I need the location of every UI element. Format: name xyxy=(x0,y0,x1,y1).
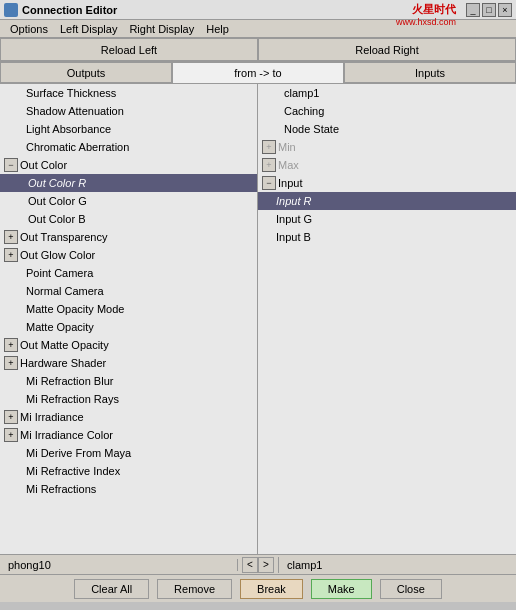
right-panel: clamp1 Caching Node State + Min + Max xyxy=(258,84,516,554)
menu-options[interactable]: Options xyxy=(4,22,54,35)
collapse-icon[interactable]: − xyxy=(262,176,276,190)
watermark: 火星时代 www.hxsd.com xyxy=(396,2,456,27)
close-button[interactable]: Close xyxy=(380,579,442,599)
list-item-input[interactable]: − Input xyxy=(258,174,516,192)
list-item-out-color-r[interactable]: Out Color R xyxy=(0,174,257,192)
list-item-mi-refraction-blur[interactable]: Mi Refraction Blur xyxy=(0,372,257,390)
minimize-button[interactable]: _ xyxy=(466,3,480,17)
tab-outputs[interactable]: Outputs xyxy=(0,62,172,83)
right-list[interactable]: clamp1 Caching Node State + Min + Max xyxy=(258,84,516,554)
reload-bar: Reload Left Reload Right xyxy=(0,38,516,62)
nav-arrows: < > xyxy=(238,557,279,573)
window-title: Connection Editor xyxy=(22,4,117,16)
list-item-out-color[interactable]: − Out Color xyxy=(0,156,257,174)
status-bar: phong10 < > clamp1 xyxy=(0,554,516,574)
reload-right-button[interactable]: Reload Right xyxy=(258,38,516,61)
action-bar: Clear All Remove Break Make Close xyxy=(0,574,516,602)
maximize-button[interactable]: □ xyxy=(482,3,496,17)
break-button[interactable]: Break xyxy=(240,579,303,599)
list-item-node-state[interactable]: Node State xyxy=(258,120,516,138)
list-item[interactable]: Surface Thickness xyxy=(0,84,257,102)
list-item-hardware-shader[interactable]: + Hardware Shader xyxy=(0,354,257,372)
menu-left-display[interactable]: Left Display xyxy=(54,22,123,35)
left-panel: Surface Thickness Shadow Attenuation Lig… xyxy=(0,84,258,554)
expand-icon[interactable]: + xyxy=(4,230,18,244)
app-icon xyxy=(4,3,18,17)
list-item-mi-derive-from-maya[interactable]: Mi Derive From Maya xyxy=(0,444,257,462)
list-item-out-color-b[interactable]: Out Color B xyxy=(0,210,257,228)
list-item-mi-irradiance[interactable]: + Mi Irradiance xyxy=(0,408,257,426)
expand-icon[interactable]: + xyxy=(4,428,18,442)
remove-button[interactable]: Remove xyxy=(157,579,232,599)
close-button[interactable]: × xyxy=(498,3,512,17)
expand-icon[interactable]: + xyxy=(262,140,276,154)
nav-right-arrow[interactable]: > xyxy=(258,557,274,573)
menu-help[interactable]: Help xyxy=(200,22,235,35)
tabs-bar: Outputs from -> to Inputs xyxy=(0,62,516,84)
list-item-clamp1[interactable]: clamp1 xyxy=(258,84,516,102)
tab-from-to[interactable]: from -> to xyxy=(172,62,344,83)
clear-all-button[interactable]: Clear All xyxy=(74,579,149,599)
collapse-icon[interactable]: − xyxy=(4,158,18,172)
status-left: phong10 xyxy=(0,559,238,571)
left-list[interactable]: Surface Thickness Shadow Attenuation Lig… xyxy=(0,84,257,554)
list-item-out-color-g[interactable]: Out Color G xyxy=(0,192,257,210)
list-item[interactable]: Matte Opacity xyxy=(0,318,257,336)
window-controls[interactable]: _ □ × xyxy=(466,3,512,17)
list-item[interactable]: Matte Opacity Mode xyxy=(0,300,257,318)
nav-left-arrow[interactable]: < xyxy=(242,557,258,573)
make-button[interactable]: Make xyxy=(311,579,372,599)
expand-icon[interactable]: + xyxy=(262,158,276,172)
list-item-max[interactable]: + Max xyxy=(258,156,516,174)
main-area: Surface Thickness Shadow Attenuation Lig… xyxy=(0,84,516,554)
expand-icon[interactable]: + xyxy=(4,248,18,262)
list-item-mi-refractions[interactable]: Mi Refractions xyxy=(0,480,257,498)
list-item-out-matte-opacity[interactable]: + Out Matte Opacity xyxy=(0,336,257,354)
list-item[interactable]: Normal Camera xyxy=(0,282,257,300)
expand-icon[interactable]: + xyxy=(4,356,18,370)
list-item-caching[interactable]: Caching xyxy=(258,102,516,120)
list-item-min[interactable]: + Min xyxy=(258,138,516,156)
list-item[interactable]: Point Camera xyxy=(0,264,257,282)
list-item[interactable]: Light Absorbance xyxy=(0,120,257,138)
list-item[interactable]: Chromatic Aberration xyxy=(0,138,257,156)
list-item[interactable]: Shadow Attenuation xyxy=(0,102,257,120)
expand-icon[interactable]: + xyxy=(4,338,18,352)
menu-right-display[interactable]: Right Display xyxy=(123,22,200,35)
list-item-mi-irradiance-color[interactable]: + Mi Irradiance Color xyxy=(0,426,257,444)
list-item-input-b[interactable]: Input B xyxy=(258,228,516,246)
list-item-out-glow-color[interactable]: + Out Glow Color xyxy=(0,246,257,264)
list-item-out-transparency[interactable]: + Out Transparency xyxy=(0,228,257,246)
reload-left-button[interactable]: Reload Left xyxy=(0,38,258,61)
list-item-input-g[interactable]: Input G xyxy=(258,210,516,228)
list-item-mi-refraction-rays[interactable]: Mi Refraction Rays xyxy=(0,390,257,408)
list-item-input-r[interactable]: Input R xyxy=(258,192,516,210)
status-right: clamp1 xyxy=(279,559,516,571)
list-item-mi-refractive-index[interactable]: Mi Refractive Index xyxy=(0,462,257,480)
tab-inputs[interactable]: Inputs xyxy=(344,62,516,83)
expand-icon[interactable]: + xyxy=(4,410,18,424)
